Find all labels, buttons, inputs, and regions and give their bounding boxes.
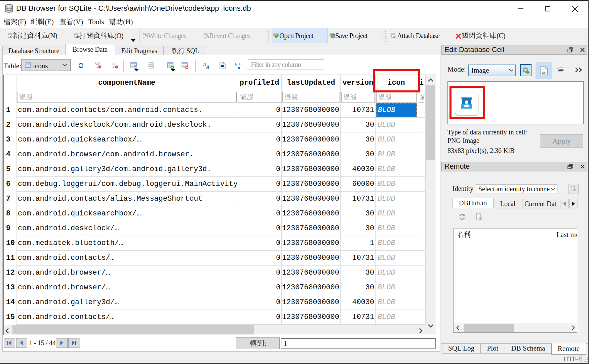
svg-text:A: A [206,64,209,69]
svg-text:b: b [235,63,237,67]
svg-text:a: a [238,65,240,69]
